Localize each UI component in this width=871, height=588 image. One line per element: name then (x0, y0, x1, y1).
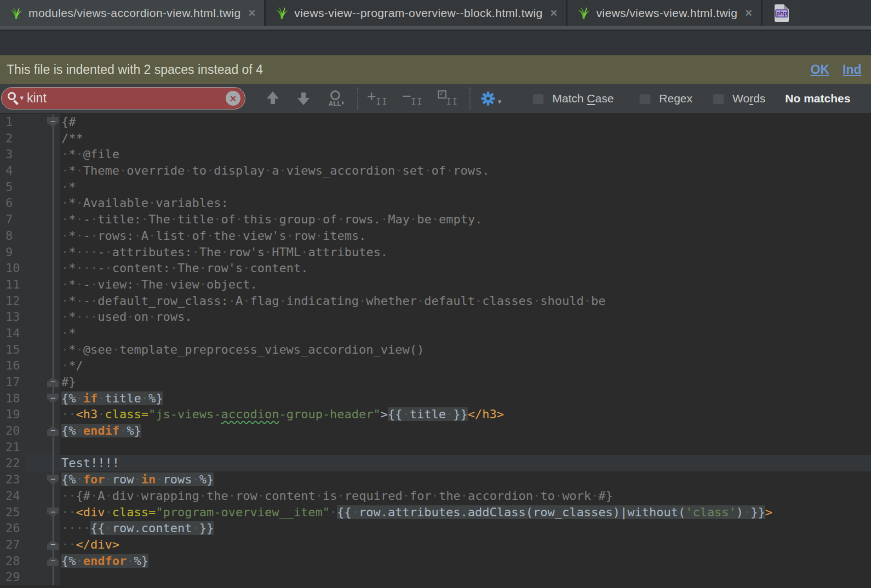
search-history-chevron-icon[interactable]: ▾ (20, 94, 24, 102)
line-number: 14 (0, 325, 25, 342)
gutter-fold-cell[interactable]: − (25, 537, 60, 553)
fold-down-icon[interactable]: − (47, 394, 59, 403)
twig-file-icon (9, 6, 23, 20)
remove-selection-button[interactable]: −II (402, 90, 423, 107)
notification-indent-link[interactable]: Ind (843, 62, 862, 77)
code-line[interactable]: 16·*/ (0, 358, 871, 374)
line-number: 22 (0, 455, 25, 471)
gutter-fold-cell[interactable]: − (25, 423, 60, 439)
fold-up-icon[interactable]: − (47, 540, 59, 550)
line-number: 11 (0, 276, 25, 293)
code-line[interactable]: 27−··</div> (0, 537, 871, 553)
tab-close-icon[interactable]: × (551, 7, 558, 19)
fold-up-icon[interactable]: − (47, 426, 59, 436)
gutter-fold-cell (25, 520, 60, 537)
code-line[interactable]: 6·*·Available·variables: (0, 195, 871, 211)
previous-occurrence-button[interactable] (265, 91, 282, 106)
fold-down-icon[interactable]: − (47, 475, 59, 485)
line-number: 3 (0, 146, 25, 163)
code-line[interactable]: 5·* (0, 179, 871, 195)
code-line[interactable]: 8·*·-·rows:·A·list·of·the·view's·row·ite… (0, 228, 871, 244)
gutter-fold-cell[interactable]: − (25, 374, 60, 390)
find-toolbar: ▾ kint × ALL +II −II II ▾ (0, 84, 871, 113)
checkbox-box[interactable] (639, 92, 651, 105)
gutter-fold-cell[interactable]: − (25, 390, 60, 407)
code-line[interactable]: 17−#} (0, 374, 871, 390)
code-text: ·*·Theme·override·to·display·a·views_acc… (60, 163, 490, 179)
code-line[interactable]: 14·* (0, 325, 871, 342)
regex-checkbox[interactable]: Regex (639, 92, 692, 105)
gutter-fold-cell[interactable]: − (25, 553, 60, 569)
gutter-fold-cell (25, 439, 60, 456)
code-line[interactable]: 19··<h3·class="js-views-accodion-group-h… (0, 406, 871, 423)
code-line[interactable]: 22Test!!!! (0, 455, 871, 471)
search-input[interactable]: ▾ kint × (1, 87, 245, 109)
gutter-fold-cell (25, 455, 60, 471)
line-number: 28 (0, 553, 25, 569)
code-line[interactable]: 12·*·-·default_row_class:·A·flag·indicat… (0, 293, 871, 309)
clear-search-icon[interactable]: × (226, 91, 240, 106)
line-number: 8 (0, 228, 25, 244)
code-line[interactable]: 29 (0, 569, 871, 585)
gutter-fold-cell[interactable]: − (25, 471, 60, 488)
code-text: ··{#·A·div·wrapping·the·row·content·is·r… (60, 488, 613, 504)
match-case-checkbox[interactable]: Match Case (532, 92, 614, 105)
next-occurrence-button[interactable] (296, 91, 312, 106)
gutter-fold-cell[interactable]: − (25, 504, 60, 521)
notification-message: This file is indented with 2 spaces inst… (7, 62, 263, 77)
line-number: 5 (0, 179, 25, 195)
tab-php-partial[interactable]: php (763, 0, 801, 26)
code-text: ·*·-·title:·The·title·of·this·group·of·r… (60, 211, 482, 228)
gutter-fold-cell[interactable]: − (25, 114, 60, 130)
select-all-occurrences-button[interactable]: II (438, 90, 459, 107)
code-line[interactable]: 18−{%·if·title·%} (0, 390, 871, 407)
tab-close-icon[interactable]: × (249, 7, 256, 19)
code-line[interactable]: 26····{{·row.content·}} (0, 520, 871, 537)
tab-label: views/views-view.html.twig (596, 7, 737, 20)
tab-close-icon[interactable]: × (745, 7, 752, 19)
line-number: 6 (0, 195, 25, 211)
tab-views-view[interactable]: views/views-view.html.twig × (568, 0, 763, 26)
gutter-fold-cell (25, 276, 60, 293)
code-line[interactable]: 24··{#·A·div·wrapping·the·row·content·is… (0, 488, 871, 504)
code-line[interactable]: 13·*···used·on·rows. (0, 309, 871, 325)
code-text: ·*·@file (60, 146, 119, 163)
fold-up-icon[interactable]: − (47, 556, 59, 566)
code-line[interactable]: 25−··<div·class="program-overview__item"… (0, 504, 871, 521)
code-text: ·*···-·content:·The·row's·content. (60, 260, 308, 276)
line-number: 2 (0, 130, 25, 147)
code-line[interactable]: 10·*···-·content:·The·row's·content. (0, 260, 871, 276)
code-line[interactable]: 15·*·@see·template_preprocess_views_acco… (0, 342, 871, 358)
code-line[interactable]: 11·*·-·view:·The·view·object. (0, 276, 871, 293)
line-number: 1 (0, 114, 25, 130)
code-line[interactable]: 7·*·-·title:·The·title·of·this·group·of·… (0, 211, 871, 228)
code-line[interactable]: 21 (0, 439, 871, 456)
fold-down-icon[interactable]: − (47, 508, 59, 517)
checkbox-box[interactable] (712, 92, 725, 105)
code-line[interactable]: 1−{# (0, 114, 871, 130)
code-line[interactable]: 3·*·@file (0, 146, 871, 163)
code-line[interactable]: 4·*·Theme·override·to·display·a·views_ac… (0, 163, 871, 179)
find-all-button[interactable]: ALL (326, 90, 346, 107)
code-line[interactable]: 9·*···-·attributes:·The·row's·HTML·attri… (0, 244, 871, 261)
search-query-text[interactable]: kint (27, 91, 226, 106)
tab-views-accordion-view[interactable]: modules/views-accordion-view.html.twig × (0, 0, 266, 26)
search-magnifier-icon[interactable]: ▾ (7, 91, 24, 106)
code-text: ·*·Available·variables: (60, 195, 228, 211)
code-line[interactable]: 23−{%·for·row·in·rows·%} (0, 471, 871, 488)
notification-ok-link[interactable]: OK (811, 62, 830, 77)
fold-up-icon[interactable]: − (47, 377, 59, 387)
words-checkbox[interactable]: Words (712, 92, 765, 105)
code-text: ·*···-·attributes:·The·row's·HTML·attrib… (60, 244, 388, 261)
checkbox-box[interactable] (532, 92, 545, 105)
code-text (60, 569, 61, 585)
code-text: {%·endif·%} (60, 423, 141, 439)
code-line[interactable]: 2/** (0, 130, 871, 147)
code-line[interactable]: 28−{%·endfor·%} (0, 553, 871, 569)
tab-views-view-program-overview-block[interactable]: views-view--program-overview--block.html… (266, 0, 568, 26)
code-editor[interactable]: 1−{#2/**3·*·@file4·*·Theme·override·to·d… (0, 113, 871, 588)
code-line[interactable]: 20−{%·endif·%} (0, 423, 871, 439)
fold-down-icon[interactable]: − (47, 117, 59, 127)
add-selection-button[interactable]: +II (367, 90, 388, 107)
search-settings-button[interactable]: ▾ (479, 90, 502, 107)
